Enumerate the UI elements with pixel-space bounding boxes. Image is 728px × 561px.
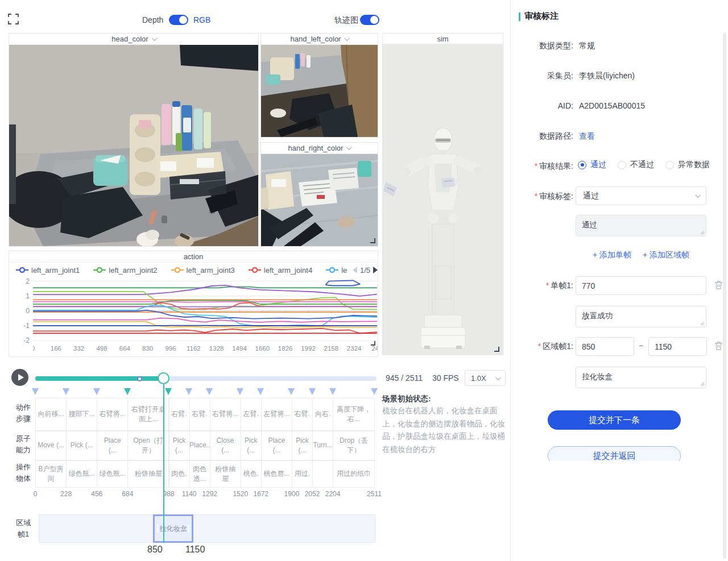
- hand-right-camera-header[interactable]: hand_right_color: [261, 143, 378, 154]
- tag-note-textarea[interactable]: 通过: [576, 215, 706, 236]
- segment-boundary-marker[interactable]: [309, 388, 316, 395]
- panel-scrollbar[interactable]: [723, 33, 726, 559]
- trajectory-label: 轨迹图: [334, 15, 358, 26]
- segment-cell-object: 粉饼抽屉: [210, 460, 241, 488]
- segment-boundary-marker[interactable]: [32, 388, 39, 395]
- segment-boundary-marker[interactable]: [165, 388, 172, 395]
- chevron-down-icon: [695, 192, 701, 198]
- resize-handle-icon[interactable]: [700, 230, 705, 235]
- legend-item[interactable]: le: [326, 266, 347, 275]
- x-tick-label: 1660: [255, 345, 270, 352]
- segment-left-handle[interactable]: [157, 525, 158, 533]
- result-radio-selected[interactable]: 通过: [578, 160, 606, 170]
- data-type-value: 常规: [579, 41, 595, 51]
- required-star: *: [538, 342, 541, 351]
- region-frame-segment[interactable]: 拉化妆盒: [153, 514, 193, 543]
- legend-label: left_arm_joint4: [264, 266, 312, 275]
- segment-cell-skill: Place (...: [97, 431, 128, 460]
- chevron-down-icon: [152, 35, 158, 41]
- frame-axis-tick: 228: [60, 490, 72, 498]
- trajectory-toggle[interactable]: [360, 15, 379, 25]
- region-start-input[interactable]: 850: [576, 337, 634, 356]
- frame-separator: /: [401, 373, 403, 383]
- frame-axis-tick: 0: [34, 490, 38, 498]
- segment-right-handle[interactable]: [188, 525, 189, 533]
- legend-marker-icon: [326, 267, 338, 273]
- frame-axis-tick: 2204: [325, 490, 341, 498]
- segment-boundary-marker[interactable]: [185, 388, 192, 395]
- sim-viewport[interactable]: [383, 44, 503, 355]
- segment-boundary-marker[interactable]: [237, 388, 243, 395]
- segment-boundary-marker[interactable]: [371, 388, 378, 395]
- chart-resize-icon[interactable]: [370, 340, 375, 346]
- segment-boundary-marker[interactable]: [124, 388, 131, 395]
- legend-next-icon[interactable]: [373, 267, 378, 273]
- region-frame-track[interactable]: 拉化妆盒: [39, 514, 375, 543]
- playback-slider[interactable]: [35, 376, 377, 381]
- submit-next-button[interactable]: 提交并下一条: [548, 410, 681, 430]
- segment-boundary-marker[interactable]: [63, 388, 69, 395]
- fullscreen-icon[interactable]: [8, 14, 19, 24]
- speed-select[interactable]: 1.0X: [465, 370, 506, 386]
- segment-cell-object: B户型房间: [35, 460, 67, 488]
- chevron-down-icon: [495, 375, 501, 380]
- slider-handle[interactable]: [158, 372, 169, 384]
- single-frame-note-textarea[interactable]: 放置成功: [576, 306, 706, 327]
- collector-value: 李轶晨(liyichen): [579, 71, 635, 81]
- result-radio-option[interactable]: 不通过: [618, 160, 654, 170]
- title-accent-bar: [519, 13, 520, 21]
- fps-label: 30 FPS: [432, 373, 459, 383]
- frame-axis-tick: 1672: [253, 490, 268, 498]
- depth-label: Depth: [142, 15, 163, 24]
- segment-boundary-marker[interactable]: [93, 388, 100, 395]
- legend-label: le: [341, 266, 347, 275]
- play-button[interactable]: [11, 369, 28, 386]
- resize-handle-icon[interactable]: [700, 382, 705, 387]
- x-tick-label: 498: [96, 345, 107, 352]
- delete-region-frame-icon[interactable]: [714, 341, 723, 351]
- submit-back-button[interactable]: 提交并返回: [548, 446, 681, 461]
- slider-fill: [35, 376, 164, 381]
- segment-cell-skill: Place (...: [261, 431, 292, 460]
- collector-label: 采集员:: [512, 71, 573, 81]
- legend-marker-icon: [16, 267, 28, 273]
- legend-item[interactable]: left_arm_joint1: [16, 266, 80, 275]
- delete-single-frame-icon[interactable]: [714, 280, 723, 290]
- add-single-frame-link[interactable]: + 添加单帧: [593, 250, 631, 260]
- range-dash: −: [639, 341, 643, 350]
- single-frame-input[interactable]: 770: [576, 276, 706, 295]
- region-end-input[interactable]: 1150: [648, 337, 707, 356]
- head-camera-header[interactable]: head_color: [9, 34, 258, 45]
- segment-boundary-marker[interactable]: [257, 388, 264, 395]
- legend-item[interactable]: left_arm_joint3: [171, 266, 235, 275]
- segment-table: 向前移...腰部下...右臂将...右臂打开桌面上...右臂.右臂.右臂将...…: [35, 398, 375, 488]
- data-path-link[interactable]: 查看: [579, 131, 595, 142]
- result-radio-option[interactable]: 异常数据: [665, 160, 710, 170]
- region-note-textarea[interactable]: 拉化妆盒: [576, 367, 706, 388]
- required-star: *: [535, 192, 537, 201]
- legend-item[interactable]: left_arm_joint2: [93, 266, 157, 275]
- chart-series-line: [33, 310, 377, 319]
- hand-left-camera-header[interactable]: hand_left_color: [261, 34, 378, 45]
- segment-boundary-marker[interactable]: [206, 388, 213, 395]
- segment-boundary-marker[interactable]: [288, 388, 295, 395]
- legend-prev-icon[interactable]: [353, 267, 357, 273]
- play-icon: [18, 374, 24, 381]
- resize-handle-icon[interactable]: [700, 321, 705, 326]
- segment-cell-skill: Pick (...: [169, 431, 190, 460]
- hand-left-camera-panel: hand_left_color: [260, 33, 378, 138]
- result-radio-group: 通过不通过异常数据: [578, 160, 710, 170]
- row-label-object: 操作物体: [14, 462, 33, 484]
- chart-title: action: [9, 251, 378, 263]
- radio-icon: [618, 161, 626, 169]
- legend-item[interactable]: left_arm_joint4: [249, 266, 312, 275]
- tag-select[interactable]: 通过: [576, 186, 706, 205]
- segment-boundary-marker[interactable]: [329, 388, 336, 395]
- add-region-frame-link[interactable]: + 添加区域帧: [643, 250, 689, 260]
- radio-label: 通过: [590, 160, 606, 170]
- y-tick-label: 0: [15, 307, 30, 315]
- x-tick-label: 2158: [324, 345, 339, 352]
- segment-cell-action: 向前移...: [35, 398, 67, 431]
- depth-rgb-toggle[interactable]: [169, 15, 188, 25]
- frame-axis-tick: 684: [122, 490, 133, 498]
